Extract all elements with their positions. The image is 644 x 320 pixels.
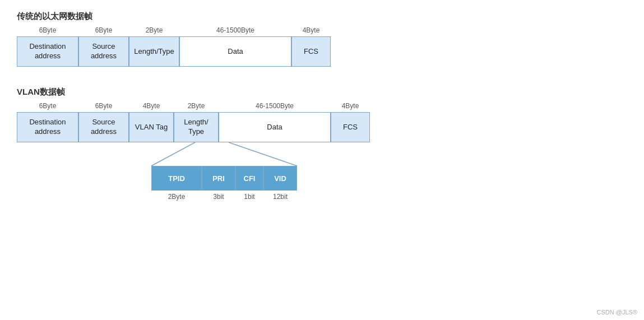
trad-byte-label-3: 46-1500Byte xyxy=(179,26,291,34)
trad-cell-0: Destination address xyxy=(17,36,78,67)
expand-lines xyxy=(189,142,302,166)
vlan-tag-byte-label-0: 2Byte xyxy=(151,193,202,201)
trad-byte-label-0: 6Byte xyxy=(17,26,78,34)
vlan-expansion-area: TPIDPRICFIVID 2Byte3bit1bit12bit xyxy=(17,142,627,201)
vlan-title: VLAN数据帧 xyxy=(17,87,627,98)
vlan-cell-2: VLAN Tag xyxy=(129,112,174,142)
traditional-section: 传统的以太网数据帧 6Byte6Byte2Byte46-1500Byte4Byt… xyxy=(17,11,627,67)
vlan-byte-label-4: 46-1500Byte xyxy=(219,102,331,110)
vlan-byte-label-5: 4Byte xyxy=(331,102,370,110)
vlan-cell-4: Data xyxy=(219,112,331,142)
trad-byte-label-2: 2Byte xyxy=(129,26,179,34)
vlan-tag-row: TPIDPRICFIVID xyxy=(151,166,627,191)
trad-cell-3: Data xyxy=(179,36,291,67)
vlan-cell-3: Length/ Type xyxy=(174,112,219,142)
vlan-tag-byte-label-1: 3bit xyxy=(202,193,235,201)
trad-cell-1: Source address xyxy=(78,36,129,67)
vlan-tag-byte-label-3: 12bit xyxy=(263,193,297,201)
watermark: CSDN @JLS® xyxy=(597,309,637,316)
trad-cell-2: Length/Type xyxy=(129,36,179,67)
main-container: 传统的以太网数据帧 6Byte6Byte2Byte46-1500Byte4Byt… xyxy=(0,0,644,212)
svg-line-1 xyxy=(229,142,297,166)
vlan-byte-label-3: 2Byte xyxy=(174,102,219,110)
vlan-section: VLAN数据帧 6Byte6Byte4Byte2Byte46-1500Byte4… xyxy=(17,87,627,201)
trad-byte-label-4: 4Byte xyxy=(291,26,331,34)
vlan-tag-cell-2: CFI xyxy=(235,166,263,191)
vlan-cell-1: Source address xyxy=(78,112,129,142)
traditional-title: 传统的以太网数据帧 xyxy=(17,11,627,22)
vlan-tag-byte-labels: 2Byte3bit1bit12bit xyxy=(151,193,627,201)
vlan-tag-cell-3: VID xyxy=(263,166,297,191)
vlan-byte-label-2: 4Byte xyxy=(129,102,174,110)
traditional-byte-labels: 6Byte6Byte2Byte46-1500Byte4Byte xyxy=(17,26,627,34)
vlan-byte-label-0: 6Byte xyxy=(17,102,78,110)
vlan-byte-labels: 6Byte6Byte4Byte2Byte46-1500Byte4Byte xyxy=(17,102,627,110)
vlan-tag-cell-1: PRI xyxy=(202,166,235,191)
vlan-cell-5: FCS xyxy=(331,112,370,142)
trad-byte-label-1: 6Byte xyxy=(78,26,129,34)
vlan-tag-cell-0: TPID xyxy=(151,166,202,191)
vlan-tag-byte-label-2: 1bit xyxy=(235,193,263,201)
vlan-frame: Destination addressSource addressVLAN Ta… xyxy=(17,112,627,142)
traditional-frame: Destination addressSource addressLength/… xyxy=(17,36,627,67)
trad-cell-4: FCS xyxy=(291,36,331,67)
vlan-cell-0: Destination address xyxy=(17,112,78,142)
vlan-byte-label-1: 6Byte xyxy=(78,102,129,110)
svg-line-0 xyxy=(151,142,195,166)
